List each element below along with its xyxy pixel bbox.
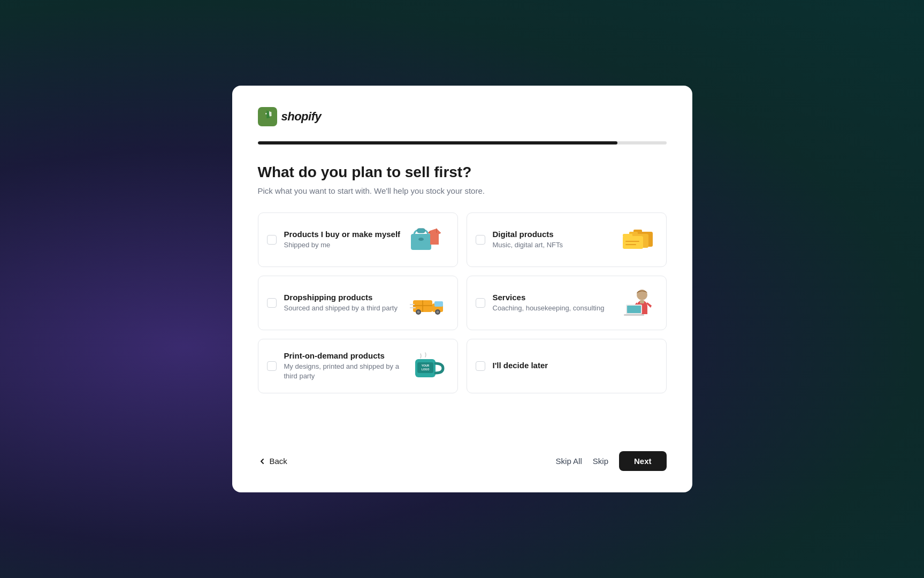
svg-rect-25 <box>627 306 641 313</box>
option-print[interactable]: Print-on-demand products My designs, pri… <box>258 339 458 393</box>
shopify-logo-icon <box>258 107 277 126</box>
page-subtitle: Pick what you want to start with. We'll … <box>258 186 667 195</box>
option-dropshipping[interactable]: Dropshipping products Sourced and shippe… <box>258 276 458 330</box>
shopify-wordmark: shopify <box>281 110 322 124</box>
folders-icon <box>618 224 655 256</box>
option-digital[interactable]: Digital products Music, digital art, NFT… <box>467 212 667 267</box>
logo-area: shopify <box>258 107 667 126</box>
option-digital-title: Digital products <box>493 230 614 239</box>
option-physical-desc: Shipped by me <box>284 240 405 250</box>
option-later[interactable]: I'll decide later <box>467 339 667 393</box>
person-laptop-icon <box>618 287 655 319</box>
option-dropshipping-desc: Sourced and shipped by a third party <box>284 303 405 313</box>
progress-bar <box>258 141 667 144</box>
checkbox-physical[interactable] <box>267 235 277 245</box>
skip-all-button[interactable]: Skip All <box>556 457 582 466</box>
option-print-desc: My designs, printed and shipped by a thi… <box>284 362 405 381</box>
checkbox-digital[interactable] <box>476 235 485 245</box>
checkbox-print[interactable] <box>267 361 277 371</box>
svg-rect-26 <box>624 314 644 316</box>
option-services-title: Services <box>493 293 614 302</box>
back-button[interactable]: Back <box>258 457 287 466</box>
checkbox-services[interactable] <box>476 298 485 308</box>
svg-text:YOUR: YOUR <box>421 364 429 367</box>
checkbox-later[interactable] <box>476 361 485 371</box>
later-icon <box>618 350 655 382</box>
options-grid: Products I buy or make myself Shipped by… <box>258 212 667 393</box>
svg-rect-1 <box>411 234 431 250</box>
back-chevron-icon <box>258 457 266 466</box>
svg-rect-9 <box>623 234 632 237</box>
progress-bar-fill <box>258 141 617 144</box>
option-services[interactable]: Services Coaching, housekeeping, consult… <box>467 276 667 330</box>
main-modal: shopify What do you plan to sell first? … <box>232 86 692 492</box>
option-services-desc: Coaching, housekeeping, consulting <box>493 303 614 313</box>
option-dropshipping-title: Dropshipping products <box>284 293 405 302</box>
svg-rect-14 <box>434 301 443 307</box>
option-digital-desc: Music, digital art, NFTs <box>493 240 614 250</box>
bag-shirt-icon <box>409 224 447 256</box>
option-later-title: I'll decide later <box>493 361 614 370</box>
next-button[interactable]: Next <box>619 451 667 471</box>
mug-icon: YOUR LOGO <box>409 350 447 382</box>
svg-rect-27 <box>640 300 644 303</box>
svg-rect-8 <box>623 236 643 249</box>
footer: Back Skip All Skip Next <box>258 443 667 471</box>
svg-text:LOGO: LOGO <box>421 368 429 371</box>
truck-box-icon <box>409 287 447 319</box>
svg-point-18 <box>436 311 439 314</box>
option-physical[interactable]: Products I buy or make myself Shipped by… <box>258 212 458 267</box>
page-title: What do you plan to sell first? <box>258 164 667 181</box>
svg-point-16 <box>417 311 419 314</box>
checkbox-dropshipping[interactable] <box>267 298 277 308</box>
svg-rect-2 <box>417 229 425 233</box>
option-physical-title: Products I buy or make myself <box>284 230 405 239</box>
option-print-title: Print-on-demand products <box>284 351 405 360</box>
skip-button[interactable]: Skip <box>593 457 608 466</box>
svg-point-3 <box>418 238 424 241</box>
